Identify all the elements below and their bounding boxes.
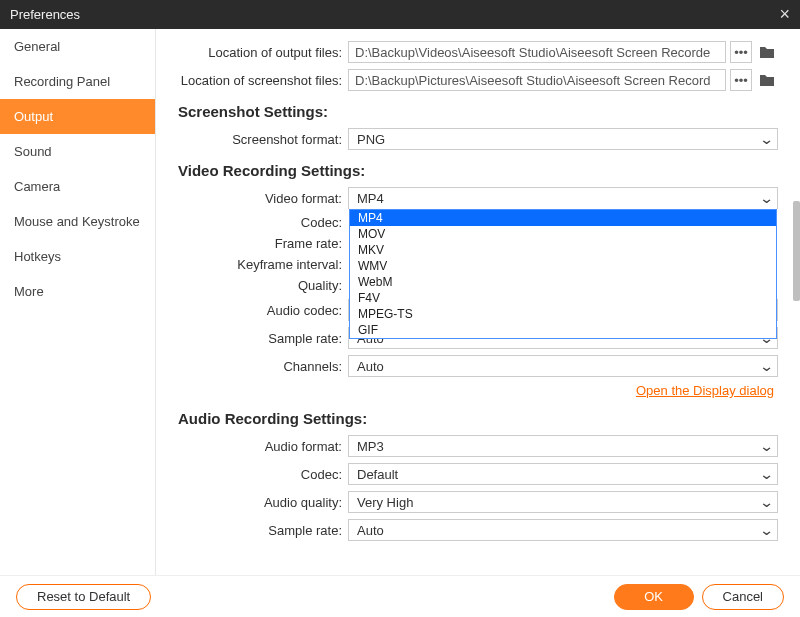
chevron-down-icon: ⌄ (759, 522, 775, 538)
video-format-label: Video format: (178, 191, 348, 206)
video-quality-label: Quality: (178, 278, 348, 293)
audio-samplerate-select[interactable]: Auto⌄ (348, 519, 778, 541)
audio-format-select[interactable]: MP3⌄ (348, 435, 778, 457)
reset-to-default-button[interactable]: Reset to Default (16, 584, 151, 610)
video-framerate-label: Frame rate: (178, 236, 348, 251)
dropdown-option[interactable]: F4V (350, 290, 776, 306)
dropdown-option[interactable]: MPEG-TS (350, 306, 776, 322)
sidebar-item-recording-panel[interactable]: Recording Panel (0, 64, 155, 99)
audio-format-label: Audio format: (178, 439, 348, 454)
dropdown-option[interactable]: MOV (350, 226, 776, 242)
content-area: Location of output files: D:\Backup\Vide… (156, 29, 800, 575)
chevron-down-icon: ⌄ (759, 494, 775, 510)
screenshot-format-select[interactable]: PNG ⌄ (348, 128, 778, 150)
chevron-down-icon: ⌄ (759, 466, 775, 482)
audio-codec-select[interactable]: Default⌄ (348, 463, 778, 485)
audio-quality-label: Audio quality: (178, 495, 348, 510)
video-audio-codec-label: Audio codec: (178, 303, 348, 318)
video-format-select[interactable]: MP4 ⌄ MP4 MOV MKV WMV WebM F4V MPEG-TS G… (348, 187, 778, 209)
video-samplerate-label: Sample rate: (178, 331, 348, 346)
dropdown-option[interactable]: GIF (350, 322, 776, 338)
audio-samplerate-label: Sample rate: (178, 523, 348, 538)
output-path-label: Location of output files: (178, 45, 348, 60)
video-section-title: Video Recording Settings: (178, 162, 778, 179)
scrollbar-thumb[interactable] (793, 201, 800, 301)
ok-button[interactable]: OK (614, 584, 694, 610)
screenshot-section-title: Screenshot Settings: (178, 103, 778, 120)
open-output-folder-icon[interactable] (756, 41, 778, 63)
chevron-down-icon: ⌄ (759, 190, 775, 206)
chevron-down-icon: ⌄ (759, 131, 775, 147)
footer: Reset to Default OK Cancel (0, 575, 800, 617)
sidebar-item-mouse-keystroke[interactable]: Mouse and Keystroke (0, 204, 155, 239)
browse-screenshot-button[interactable]: ••• (730, 69, 752, 91)
video-channels-select[interactable]: Auto⌄ (348, 355, 778, 377)
dropdown-option[interactable]: MKV (350, 242, 776, 258)
chevron-down-icon: ⌄ (759, 358, 775, 374)
chevron-down-icon: ⌄ (759, 438, 775, 454)
sidebar-item-more[interactable]: More (0, 274, 155, 309)
output-path-field[interactable]: D:\Backup\Videos\Aiseesoft Studio\Aisees… (348, 41, 726, 63)
open-screenshot-folder-icon[interactable] (756, 69, 778, 91)
screenshot-format-value: PNG (357, 132, 385, 147)
window-title: Preferences (10, 7, 779, 22)
sidebar-item-sound[interactable]: Sound (0, 134, 155, 169)
browse-output-button[interactable]: ••• (730, 41, 752, 63)
sidebar-item-camera[interactable]: Camera (0, 169, 155, 204)
cancel-button[interactable]: Cancel (702, 584, 784, 610)
video-codec-label: Codec: (178, 215, 348, 230)
open-display-dialog-link[interactable]: Open the Display dialog (636, 383, 774, 398)
video-format-value: MP4 (357, 191, 384, 206)
sidebar-item-output[interactable]: Output (0, 99, 155, 134)
screenshot-path-field[interactable]: D:\Backup\Pictures\Aiseesoft Studio\Aise… (348, 69, 726, 91)
audio-codec-label: Codec: (178, 467, 348, 482)
titlebar: Preferences × (0, 0, 800, 29)
sidebar-item-hotkeys[interactable]: Hotkeys (0, 239, 155, 274)
audio-section-title: Audio Recording Settings: (178, 410, 778, 427)
screenshot-path-label: Location of screenshot files: (178, 73, 348, 88)
video-channels-label: Channels: (178, 359, 348, 374)
dropdown-option[interactable]: WMV (350, 258, 776, 274)
sidebar: General Recording Panel Output Sound Cam… (0, 29, 156, 575)
audio-quality-select[interactable]: Very High⌄ (348, 491, 778, 513)
dropdown-option[interactable]: MP4 (350, 210, 776, 226)
sidebar-item-general[interactable]: General (0, 29, 155, 64)
video-format-dropdown: MP4 MOV MKV WMV WebM F4V MPEG-TS GIF (349, 209, 777, 339)
close-icon[interactable]: × (779, 4, 790, 25)
video-keyframe-label: Keyframe interval: (178, 257, 348, 272)
screenshot-format-label: Screenshot format: (178, 132, 348, 147)
dropdown-option[interactable]: WebM (350, 274, 776, 290)
